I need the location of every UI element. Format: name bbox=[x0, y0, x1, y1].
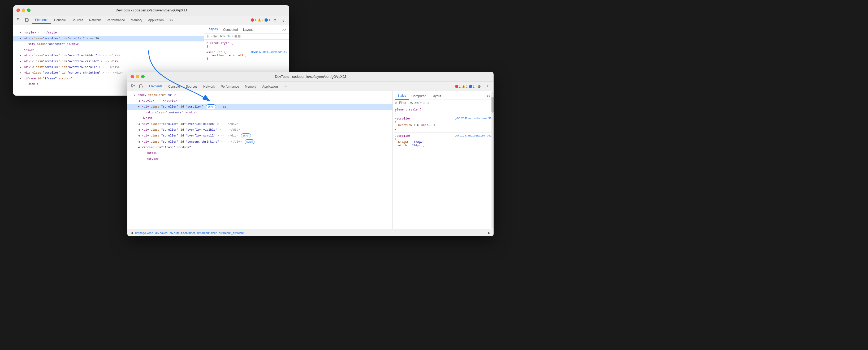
traffic-lights-2[interactable] bbox=[130, 75, 145, 78]
styles-content-2[interactable]: element.style { } #scroller gOVpXJJ?ano…… bbox=[393, 106, 494, 229]
breadcrumb-item-4-2[interactable]: div#result_div.result bbox=[218, 231, 245, 234]
inspect-icon-2[interactable] bbox=[129, 83, 137, 90]
dom-line-style-1[interactable]: ◀ <style> ··· </style> bbox=[13, 30, 204, 36]
dom-line-overflow-hidden-2[interactable]: ◀ <div class="scroller" id="overflow-hid… bbox=[127, 121, 393, 127]
error-icon: 🔴 bbox=[250, 18, 254, 22]
maximize-button-1[interactable] bbox=[27, 8, 31, 12]
panel-tab-layout-1[interactable]: Layout bbox=[240, 26, 255, 33]
tab-bar-right-1: 🔴 1 ⚠️ 2 🔵 1 ⚙ ⋮ bbox=[250, 17, 287, 24]
breadcrumb-item-2-2[interactable]: div.output-container bbox=[169, 231, 196, 234]
panel-tab-styles-2[interactable]: Styles bbox=[395, 92, 409, 99]
traffic-lights-1[interactable] bbox=[17, 8, 31, 12]
settings-icon-2[interactable]: ⚙ bbox=[475, 83, 483, 90]
tab-network-2[interactable]: Network bbox=[200, 83, 218, 90]
dom-line-contents-2[interactable]: <div class="contents" ></div> bbox=[127, 110, 393, 116]
filter-actions-1: :hov .cls + ⊞ ⊡ bbox=[219, 34, 241, 38]
tab-sources-1[interactable]: Sources bbox=[69, 17, 86, 24]
hov-button-2[interactable]: :hov bbox=[408, 101, 413, 105]
dom-line-iframe-2[interactable]: ◀ <iframe id="iframe" srcdoc=" bbox=[127, 145, 393, 151]
more-icon-2[interactable]: ⋮ bbox=[484, 83, 491, 90]
panel-tab-computed-1[interactable]: Computed bbox=[220, 26, 240, 33]
svg-rect-2 bbox=[28, 19, 29, 21]
dom-line-style-2[interactable]: ◀ <style> ··· </style> bbox=[127, 98, 393, 104]
devtools-window-2: DevTools - codepen.io/sofiayem/pen/gOVpX… bbox=[127, 72, 494, 236]
tab-memory-2[interactable]: Memory bbox=[242, 83, 259, 90]
plus-button-1[interactable]: + bbox=[231, 34, 233, 38]
close-button-2[interactable] bbox=[130, 75, 134, 78]
breadcrumb-item-0-2[interactable]: div.page-wrap bbox=[134, 231, 154, 234]
copy-style-icon-1[interactable]: ⊞ bbox=[234, 34, 237, 38]
inspect-icon[interactable] bbox=[16, 17, 23, 24]
filter-icon-2: ⊘ bbox=[395, 101, 398, 105]
maximize-button-2[interactable] bbox=[141, 75, 145, 78]
breadcrumb-item-1-2[interactable]: div.boxes bbox=[154, 231, 168, 234]
error-badge-blue-2: 🔵 1 bbox=[469, 85, 474, 88]
panel-more-2[interactable]: >> bbox=[486, 93, 491, 99]
style-source-2b[interactable]: gOVpXJJ?ano…ue&view=:41 bbox=[455, 135, 491, 137]
breadcrumb-item-3-2[interactable]: div.output-sizer bbox=[196, 231, 218, 234]
panel-more-1[interactable]: >> bbox=[281, 26, 287, 33]
tab-performance-1[interactable]: Performance bbox=[104, 17, 128, 24]
tab-console-2[interactable]: Console bbox=[165, 83, 183, 90]
dom-line-body-2[interactable]: ◀ <body translate="no" > bbox=[127, 92, 393, 98]
style-rule-scroller-id-2: #scroller gOVpXJJ?ano…ue&view=:50 { over… bbox=[395, 117, 491, 130]
tab-elements-2[interactable]: Elements bbox=[147, 83, 165, 90]
device-icon[interactable] bbox=[23, 17, 31, 24]
expand-icon-2[interactable]: ⊡ bbox=[427, 101, 429, 105]
error-badge-orange-1: ⚠️ 2 bbox=[257, 18, 263, 22]
dom-line-scroller-1[interactable]: ▼ <div class="scroller" id="scroller" > … bbox=[13, 36, 204, 42]
plus-button-2[interactable]: + bbox=[420, 101, 422, 105]
hov-button-1[interactable]: :hov bbox=[219, 34, 225, 38]
dom-line-closediv-2[interactable]: </div> bbox=[127, 116, 393, 121]
dom-line-overflow-visible-2[interactable]: ◀ <div class="scroller" id="overflow-vis… bbox=[127, 127, 393, 133]
tab-more-1[interactable]: >> bbox=[167, 17, 176, 24]
cls-button-2[interactable]: .cls bbox=[414, 101, 419, 105]
svg-rect-5 bbox=[140, 85, 142, 88]
panel-tab-layout-2[interactable]: Layout bbox=[429, 93, 444, 99]
style-source-1[interactable]: gOVpXJJ?noc…ue&view=:50 bbox=[250, 51, 287, 54]
titlebar-2: DevTools - codepen.io/sofiayem/pen/gOVpX… bbox=[127, 72, 494, 82]
tab-console-1[interactable]: Console bbox=[52, 17, 68, 24]
dom-line-overflow-visible-1[interactable]: ◀ <div class="scroller" id="overflow-vis… bbox=[13, 59, 204, 64]
more-icon-1[interactable]: ⋮ bbox=[280, 17, 287, 24]
breadcrumb-arrow-left-2[interactable]: ◀ bbox=[129, 231, 134, 235]
triangle-right-icon-2 bbox=[417, 124, 419, 126]
filter-label-1: Filter bbox=[211, 34, 218, 38]
copy-style-icon-2[interactable]: ⊞ bbox=[423, 101, 425, 105]
panel-tab-styles-1[interactable]: Styles bbox=[207, 26, 220, 33]
dom-line-overflow-scroll-1[interactable]: ◀ <div class="scroller" id="overflow-scr… bbox=[13, 64, 204, 70]
settings-icon-1[interactable]: ⚙ bbox=[271, 17, 279, 24]
tab-network-1[interactable]: Network bbox=[87, 17, 103, 24]
breadcrumb-arrow-right-2[interactable]: ▶ bbox=[487, 231, 491, 235]
dom-line-html-2[interactable]: <html> bbox=[127, 151, 393, 156]
dom-line-style2-2[interactable]: <style> bbox=[127, 156, 393, 162]
tab-application-2[interactable]: Application bbox=[259, 83, 280, 90]
cls-button-1[interactable]: .cls bbox=[226, 34, 230, 38]
tab-bar-right-2: 🔴 1 ⚠️ 2 🔵 1 ⚙ ⋮ bbox=[455, 83, 491, 90]
panel-tabs-2: Styles Computed Layout >> bbox=[393, 91, 494, 100]
tab-more-2[interactable]: >> bbox=[281, 83, 290, 90]
window-title-2: DevTools - codepen.io/sofiayem/pen/gOVpX… bbox=[275, 75, 346, 79]
minimize-button-1[interactable] bbox=[22, 8, 25, 12]
dom-line-scroller-2[interactable]: ▼ <div class="scroller" id="scroller" sc… bbox=[127, 104, 393, 110]
devtools-content-2: ◀ <body translate="no" > ◀ <style> ··· <… bbox=[127, 91, 494, 229]
expand-icon-1[interactable]: ⊡ bbox=[238, 34, 241, 38]
tab-memory-1[interactable]: Memory bbox=[128, 17, 145, 24]
elements-panel-2[interactable]: ◀ <body translate="no" > ◀ <style> ··· <… bbox=[127, 91, 393, 229]
tab-application-1[interactable]: Application bbox=[146, 17, 166, 24]
info-icon-2: 🔵 bbox=[469, 85, 472, 88]
style-source-2a[interactable]: gOVpXJJ?ano…ue&view=:50 bbox=[455, 117, 491, 120]
dom-line-content-shrinking-2[interactable]: ◀ <div class="scroller" id="content-shri… bbox=[127, 139, 393, 145]
dom-line-contents-1[interactable]: <div class="contents" ></div> bbox=[13, 41, 204, 47]
panel-tab-computed-2[interactable]: Computed bbox=[409, 93, 429, 99]
tab-elements-1[interactable]: Elements bbox=[32, 17, 51, 24]
tab-sources-2[interactable]: Sources bbox=[183, 83, 200, 90]
device-icon-2[interactable] bbox=[137, 83, 145, 90]
dom-line-overflow-hidden-1[interactable]: ◀ <div class="scroller" id="overflow-hid… bbox=[13, 53, 204, 59]
svg-rect-0 bbox=[17, 18, 19, 20]
tab-performance-2[interactable]: Performance bbox=[218, 83, 242, 90]
close-button-1[interactable] bbox=[17, 8, 20, 12]
dom-line-overflow-scroll-2[interactable]: ◀ <div class="scroller" id="overflow-scr… bbox=[127, 133, 393, 139]
minimize-button-2[interactable] bbox=[136, 75, 139, 78]
dom-line-closediv-1[interactable]: </div> bbox=[13, 47, 204, 53]
